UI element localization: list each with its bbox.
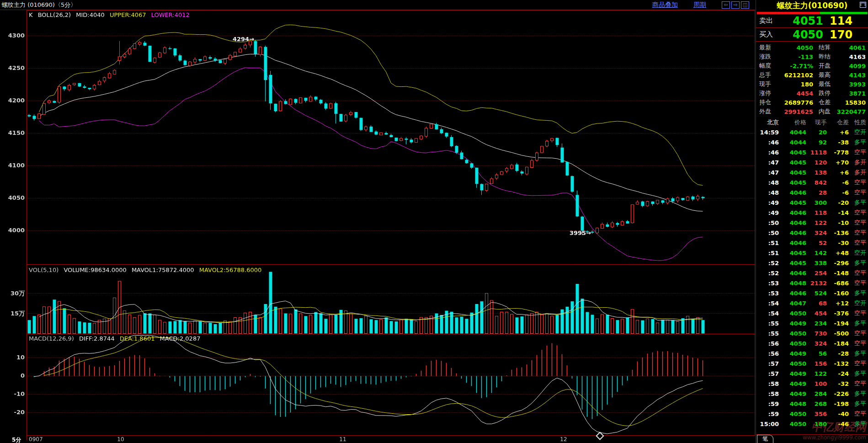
- tick-row[interactable]: :56404956-28多平: [756, 348, 868, 358]
- tick-time: :57: [758, 370, 779, 377]
- tick-price: 4049: [779, 350, 806, 357]
- tick-time: :56: [758, 350, 779, 357]
- tick-row[interactable]: 14:59404420+6空开: [756, 127, 868, 137]
- tick-row[interactable]: :4640451118-778空平: [756, 147, 868, 157]
- tick-row[interactable]: :514045142+48空开: [756, 248, 868, 258]
- tick-time: :46: [758, 149, 779, 156]
- tick-nature: 多平: [849, 138, 866, 146]
- tick-volume: 28: [806, 189, 827, 196]
- tick-row[interactable]: :574049122-24多平: [756, 368, 868, 379]
- volume-value: VOLUME:98634.0000: [64, 267, 126, 273]
- main-pane-header: K BOLL(26,2) MID:4040 UPPER:4067 LOWER:4…: [29, 11, 193, 18]
- tick-row[interactable]: :494045300-20多平: [756, 197, 868, 208]
- tick-volume: 338: [806, 260, 827, 267]
- mavol2-value: MAVOL2:56788.6000: [199, 267, 262, 273]
- price-axis-tick: 4000: [0, 227, 25, 234]
- macd-axis-tick: -10: [0, 390, 25, 397]
- tick-row[interactable]: :554050730-500空平: [756, 328, 868, 338]
- ask-price: 4051: [779, 15, 823, 27]
- tick-price: 4045: [779, 159, 806, 166]
- tick-row[interactable]: :574050156-132空平: [756, 358, 868, 368]
- bid-row[interactable]: 买入 4050 170: [756, 28, 868, 42]
- tick-nature: 多开: [849, 168, 866, 176]
- bid-price: 4050: [779, 28, 823, 41]
- field-label: 最高: [819, 71, 837, 79]
- tick-row[interactable]: :524045338-296多平: [756, 258, 868, 268]
- tick-price: 4050: [779, 330, 806, 337]
- tick-row[interactable]: :544050454-376空平: [756, 308, 868, 318]
- tab-tick-by-tick[interactable]: 笔: [757, 435, 773, 443]
- field-value: -2.71%: [777, 63, 813, 69]
- tick-oi-change: -296: [827, 260, 849, 267]
- price-axis-tick: 4250: [0, 64, 25, 71]
- field-label: 涨停: [759, 89, 777, 97]
- tick-nature: 多平: [849, 400, 866, 408]
- tick-row[interactable]: :494046118-14空平: [756, 208, 868, 218]
- price-axis-tick: 4300: [0, 32, 25, 39]
- tick-row[interactable]: :484045842-6空平: [756, 177, 868, 187]
- field-value: 4099: [837, 63, 866, 69]
- tick-row[interactable]: :594048268-198多平: [756, 399, 868, 409]
- restore-window-icon[interactable]: [860, 2, 866, 8]
- tick-row[interactable]: :474045120+70多开: [756, 157, 868, 167]
- tick-oi-change: +70: [827, 159, 849, 166]
- tick-row[interactable]: :524046254-148空平: [756, 268, 868, 278]
- tick-price: 4044: [779, 139, 806, 146]
- field-value: 4061: [837, 44, 866, 51]
- topbar-icons: ⇦ ⇨ ◫: [722, 1, 751, 9]
- overlay-link[interactable]: 商品叠加: [652, 1, 678, 9]
- tick-nature: 多平: [849, 420, 866, 428]
- vol-indicator-label: VOL(5,10): [29, 267, 59, 273]
- tick-time: :54: [758, 310, 779, 317]
- tick-row[interactable]: :584049100-32空平: [756, 379, 868, 389]
- page-left-icon[interactable]: ⇦: [722, 1, 730, 9]
- tick-row[interactable]: :534046524-160多平: [756, 288, 868, 298]
- boll-label: BOLL(26,2): [38, 11, 71, 18]
- tick-row[interactable]: :48404628-6空平: [756, 187, 868, 197]
- tick-column-header: 仓差: [827, 118, 849, 127]
- quote-field-row: 幅度-2.71%开盘4099: [756, 61, 868, 70]
- field-value: 4454: [777, 90, 813, 97]
- x-axis-date-label: 12: [560, 436, 567, 443]
- tick-row[interactable]: :554049234-194多平: [756, 318, 868, 328]
- tick-nature: 多平: [849, 259, 866, 267]
- dea-value: DEA:1.8601: [120, 335, 155, 342]
- page-right-icon[interactable]: ⇨: [731, 1, 740, 9]
- tick-price: 4045: [779, 199, 806, 206]
- tick-volume: 524: [806, 290, 827, 297]
- tick-volume: 118: [806, 209, 827, 216]
- field-value: -113: [777, 53, 813, 60]
- tick-row[interactable]: :584049284-226多平: [756, 389, 868, 399]
- quote-field-row: 持仓2689776仓差15830: [756, 98, 868, 107]
- tick-time: :54: [758, 300, 779, 307]
- tick-row[interactable]: :51404652-30空平: [756, 238, 868, 248]
- boll-lower-value: LOWER:4012: [151, 11, 190, 18]
- tick-nature: 空平: [849, 339, 866, 347]
- tick-price: 4050: [779, 411, 806, 417]
- period-link[interactable]: 周期: [693, 1, 706, 9]
- tick-volume: 2132: [806, 280, 827, 287]
- price-annotation: 4294→: [233, 36, 254, 43]
- tick-price: 4050: [779, 360, 806, 367]
- field-label: 结算: [819, 43, 837, 52]
- tick-volume: 284: [806, 390, 827, 397]
- tick-row[interactable]: 15:004050180-46多平: [756, 419, 868, 429]
- tick-row[interactable]: :504046324-136空平: [756, 228, 868, 238]
- tick-nature: 空平: [849, 269, 866, 277]
- tick-oi-change: -40: [827, 411, 849, 417]
- tick-row[interactable]: :504046122-10空平: [756, 218, 868, 228]
- price-chart-canvas[interactable]: [0, 0, 755, 443]
- ask-row[interactable]: 卖出 4051 114: [756, 14, 868, 28]
- tick-time: :52: [758, 270, 779, 277]
- tick-row[interactable]: :474045138+6多开: [756, 167, 868, 177]
- tick-row[interactable]: :594050356-40空平: [756, 409, 868, 419]
- tick-nature: 空平: [849, 229, 866, 237]
- tick-row[interactable]: :54404768+12空开: [756, 298, 868, 308]
- tick-row[interactable]: :5340482132-686空平: [756, 278, 868, 288]
- split-window-icon[interactable]: ◫: [741, 1, 749, 9]
- tick-row[interactable]: :564050324-184空平: [756, 338, 868, 348]
- tick-row[interactable]: :46404492-38多平: [756, 137, 868, 147]
- price-axis-tick: 4150: [0, 129, 25, 136]
- top-bar: 螺纹主力 (010690)〈5分〉 商品叠加 周期 ⇦ ⇨ ◫: [0, 0, 755, 10]
- tick-oi-change: +48: [827, 250, 849, 256]
